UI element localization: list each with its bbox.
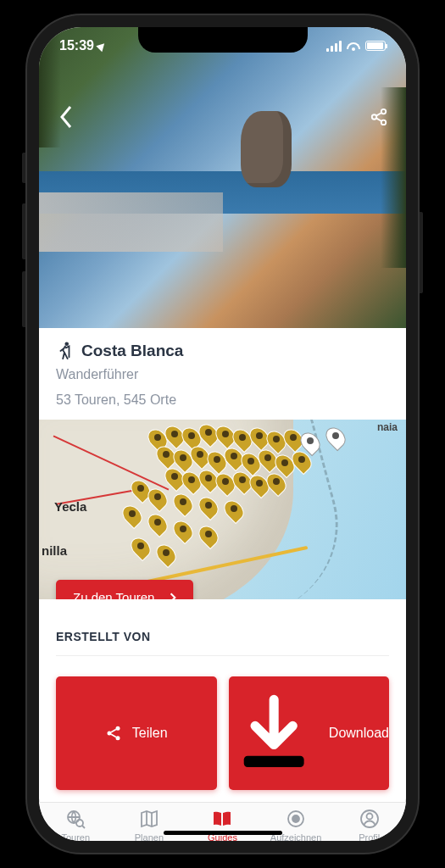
created-by-label: ERSTELLT VON — [56, 630, 389, 643]
action-row: Teilen Download — [39, 665, 406, 802]
map-pin[interactable] — [259, 448, 276, 470]
map-pin[interactable] — [183, 470, 200, 492]
svg-rect-9 — [243, 756, 303, 767]
svg-point-17 — [292, 815, 299, 822]
svg-marker-13 — [142, 811, 157, 826]
map-pin[interactable] — [217, 472, 234, 494]
map-pin[interactable] — [200, 496, 217, 518]
phone-frame: 15:39 — [27, 15, 418, 853]
share-icon — [370, 108, 388, 126]
hero-image[interactable] — [39, 27, 406, 328]
created-by-section: ERSTELLT VON — [39, 599, 406, 665]
svg-point-8 — [115, 737, 120, 741]
map-pin[interactable] — [200, 525, 217, 547]
chevron-right-icon — [170, 592, 176, 600]
guide-meta: 53 Touren, 545 Orte — [56, 392, 389, 408]
map-pin[interactable] — [251, 474, 268, 496]
share-icon — [105, 725, 122, 742]
globe-search-icon — [64, 808, 86, 830]
map-pin[interactable] — [124, 504, 141, 526]
svg-point-0 — [381, 109, 387, 114]
svg-point-5 — [64, 342, 69, 346]
map-pin[interactable] — [192, 445, 209, 467]
guide-subtitle: Wanderführer — [56, 367, 389, 382]
share-button-label: Teilen — [132, 726, 168, 741]
map-pin[interactable] — [175, 520, 192, 542]
svg-line-3 — [376, 113, 381, 116]
share-button[interactable]: Teilen — [56, 676, 217, 790]
svg-line-12 — [82, 826, 85, 828]
chevron-left-icon — [58, 104, 74, 130]
hiker-icon — [56, 342, 73, 360]
profile-icon — [359, 808, 381, 830]
divider — [56, 655, 389, 656]
back-button[interactable] — [51, 102, 81, 132]
map-pin[interactable] — [225, 499, 242, 521]
tab-label: Touren — [61, 832, 90, 841]
svg-point-6 — [115, 726, 120, 731]
guide-info-card: Costa Blanca Wanderführer 53 Touren, 545… — [39, 328, 406, 420]
battery-icon — [365, 41, 386, 51]
map-label: naia — [377, 421, 398, 433]
home-indicator[interactable] — [164, 831, 282, 835]
svg-point-19 — [366, 814, 372, 820]
tab-touren[interactable]: Touren — [39, 808, 113, 841]
map-label: Yecla — [54, 499, 86, 514]
wifi-icon — [347, 41, 360, 51]
map-pin[interactable] — [132, 537, 149, 559]
download-button[interactable]: Download — [229, 676, 390, 790]
book-icon — [211, 808, 233, 830]
tours-button[interactable]: Zu den Touren — [56, 580, 193, 599]
map-pin[interactable] — [293, 450, 310, 472]
tours-button-label: Zu den Touren — [73, 590, 154, 599]
svg-line-4 — [376, 118, 381, 121]
tab-label: Planen — [135, 832, 164, 841]
map-pin[interactable] — [175, 492, 192, 515]
guide-title: Costa Blanca — [81, 342, 183, 360]
location-icon — [96, 40, 107, 51]
screen: 15:39 — [39, 27, 406, 841]
svg-point-2 — [381, 120, 387, 125]
tab-guides[interactable]: Guides — [186, 808, 259, 841]
map-pin[interactable] — [158, 543, 175, 565]
map-pin[interactable] — [225, 447, 242, 469]
record-icon — [285, 808, 307, 830]
tab-profil[interactable]: Profil — [332, 808, 406, 841]
tab-aufzeichnen[interactable]: Aufzeichnen — [259, 808, 333, 841]
map-pin[interactable] — [268, 472, 285, 494]
svg-point-1 — [372, 114, 377, 120]
map-icon — [138, 808, 160, 830]
map-label: nilla — [42, 543, 67, 558]
share-top-button[interactable] — [364, 102, 394, 132]
phone-side-button — [418, 212, 423, 293]
tab-planen[interactable]: Planen — [113, 808, 186, 841]
tab-bar: Touren Planen Guides Aufzeichnen — [39, 802, 406, 841]
map-pin[interactable] — [132, 479, 149, 501]
notch — [138, 27, 308, 53]
signal-icon — [326, 41, 342, 52]
map-pin[interactable] — [149, 487, 166, 509]
map-pin[interactable] — [327, 426, 344, 448]
map-pin[interactable] — [149, 513, 166, 535]
status-time: 15:39 — [59, 38, 94, 53]
download-icon — [229, 688, 319, 778]
download-button-label: Download — [329, 726, 389, 741]
svg-point-7 — [107, 732, 111, 736]
tab-label: Profil — [359, 832, 380, 841]
svg-point-11 — [76, 820, 83, 826]
map-preview[interactable]: Yecla nilla naia — [39, 420, 406, 599]
